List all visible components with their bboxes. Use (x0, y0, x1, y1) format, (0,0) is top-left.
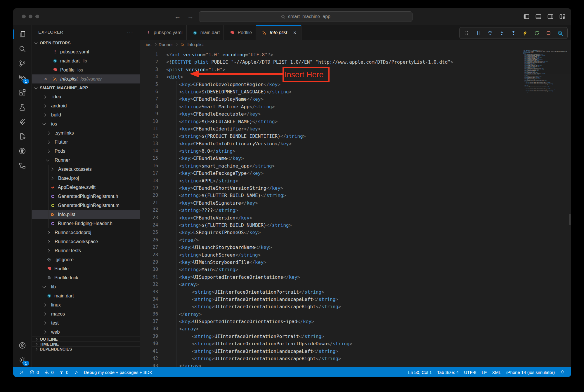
open-editor-item[interactable]: ×Info.plistios/Runner (32, 74, 140, 83)
code-line[interactable]: 35<string>UIInterfaceOrientationLandscap… (140, 303, 571, 310)
activity-source-control[interactable] (13, 56, 32, 71)
code-line[interactable]: 26<true/> (140, 236, 571, 244)
section-dependencies[interactable]: DEPENDENCIES (32, 346, 140, 351)
tree-item[interactable]: .idea (32, 92, 140, 101)
line-number[interactable]: 26 (140, 236, 158, 244)
tree-item[interactable]: .symlinks (32, 128, 140, 137)
line-number[interactable]: 36 (140, 311, 158, 318)
activity-accounts[interactable] (13, 338, 32, 353)
tree-item[interactable]: macos (32, 309, 140, 318)
status-eol[interactable]: LF (479, 367, 490, 377)
status-language-mode[interactable]: XML (489, 367, 504, 377)
tab-podfile[interactable]: Podfile (224, 25, 256, 40)
line-number[interactable]: 32 (140, 281, 158, 288)
code-line[interactable]: 23<key>CFBundleVersion</key> (140, 214, 571, 222)
code-line[interactable]: 24<string>$(FLUTTER_BUILD_NUMBER)</strin… (140, 222, 571, 229)
code-line[interactable]: 25<key>LSRequiresIPhoneOS</key> (140, 229, 571, 236)
status-notifications[interactable] (557, 367, 568, 377)
code-line[interactable]: 20<string>$(FLUTTER_BUILD_NAME)</string> (140, 192, 571, 199)
code-line[interactable]: 29<key>UIMainStoryboardFile</key> (140, 259, 571, 266)
forward-icon[interactable]: → (187, 13, 194, 20)
tree-item[interactable]: Runner (32, 156, 140, 165)
activity-search[interactable] (13, 41, 32, 56)
line-number[interactable]: 9 (140, 110, 158, 118)
section-outline[interactable]: OUTLINE (32, 337, 140, 342)
code-line[interactable]: 8<string>Smart Machine App</string> (140, 103, 571, 110)
line-number[interactable]: 40 (140, 340, 158, 347)
status-cursor-position[interactable]: Ln 50, Col 1 (405, 367, 434, 377)
line-number[interactable]: 7 (140, 95, 158, 103)
code-line[interactable]: 22<string>????</string> (140, 207, 571, 214)
code-editor[interactable]: 1<?xml version="1.0" encoding="UTF-8"?>2… (140, 49, 571, 367)
activity-settings[interactable]: 1 (13, 353, 32, 367)
line-number[interactable]: 12 (140, 133, 158, 140)
line-number[interactable]: 38 (140, 325, 158, 332)
line-number[interactable]: 30 (140, 266, 158, 273)
step-into-button[interactable] (499, 30, 505, 36)
code-line[interactable]: 1<?xml version="1.0" encoding="UTF-8"?> (140, 51, 571, 58)
code-line[interactable]: 33<string>UIInterfaceOrientationPortrait… (140, 288, 571, 296)
open-editors-header[interactable]: OPEN EDITORS (32, 39, 140, 47)
code-line[interactable]: 42<string>UIInterfaceOrientationLandscap… (140, 355, 571, 362)
back-icon[interactable]: ← (174, 13, 181, 20)
tree-item[interactable]: Runner.xcodeproj (32, 228, 140, 237)
command-center-search[interactable]: smart_machine_app (199, 11, 413, 22)
line-number[interactable]: 8 (140, 103, 158, 110)
step-over-button[interactable] (487, 30, 493, 36)
code-line[interactable]: 30<string>Main</string> (140, 266, 571, 273)
code-line[interactable]: 6<string>$(DEVELOPMENT_LANGUAGE)</string… (140, 88, 571, 95)
code-line[interactable]: 17<key>CFBundlePackageType</key> (140, 170, 571, 177)
tree-item[interactable]: Flutter (32, 137, 140, 147)
tree-item[interactable]: CRunner-Bridging-Header.h (32, 219, 140, 228)
line-number[interactable]: 16 (140, 162, 158, 170)
tree-item[interactable]: Runner.xcworkspace (32, 237, 140, 246)
tree-item[interactable]: Info.plist (32, 210, 140, 219)
code-line[interactable]: 37<key>UISupportedInterfaceOrientations~… (140, 318, 571, 325)
zoom-window-button[interactable] (35, 15, 39, 18)
toggle-secondary-sidebar-icon[interactable] (547, 13, 554, 20)
code-line[interactable]: 9<key>CFBundleExecutable</key> (140, 110, 571, 118)
line-number[interactable]: 21 (140, 199, 158, 207)
status-ports[interactable]: 0 (56, 367, 71, 377)
tree-item[interactable]: RunnerTests (32, 246, 140, 255)
status-indentation[interactable]: Tab Size: 4 (434, 367, 461, 377)
code-line[interactable]: 10<string>$(EXECUTABLE_NAME)</string> (140, 118, 571, 125)
line-number[interactable]: 4 (140, 73, 158, 81)
tree-item[interactable]: CGeneratedPluginRegistrant.h (32, 192, 140, 201)
line-number[interactable]: 25 (140, 229, 158, 236)
code-line[interactable]: 19<key>CFBundleShortVersionString</key> (140, 184, 571, 192)
code-line[interactable]: 40<string>UIInterfaceOrientationPortrait… (140, 340, 571, 347)
line-number[interactable]: 43 (140, 362, 158, 367)
activity-testing[interactable] (13, 100, 32, 114)
tree-item[interactable]: CGeneratedPluginRegistrant.m (32, 201, 140, 210)
line-number[interactable]: 18 (140, 177, 158, 184)
status-warnings[interactable]: 0 (41, 367, 56, 377)
pause-button[interactable] (475, 30, 481, 36)
line-number[interactable]: 35 (140, 303, 158, 310)
close-window-button[interactable] (22, 15, 26, 18)
code-line[interactable]: 32<array> (140, 281, 571, 288)
code-line[interactable]: 43</array> (140, 362, 571, 367)
close-icon[interactable]: × (44, 76, 47, 82)
code-line[interactable]: 18<string>APPL</string> (140, 177, 571, 184)
status-errors[interactable]: 0 (27, 367, 41, 377)
activity-file-settings[interactable] (13, 129, 32, 144)
line-number[interactable]: 3 (140, 66, 158, 73)
tree-item[interactable]: Podfile.lock (32, 273, 140, 282)
code-line[interactable]: 14<string>6.0</string> (140, 147, 571, 155)
customize-layout-icon[interactable] (559, 13, 566, 20)
tree-item[interactable]: ios (32, 119, 140, 128)
line-number[interactable]: 39 (140, 333, 158, 340)
code-line[interactable]: 34<string>UIInterfaceOrientationLandscap… (140, 296, 571, 303)
code-line[interactable]: 5<key>CFBundleDevelopmentRegion</key> (140, 81, 571, 88)
line-number[interactable]: 19 (140, 184, 158, 192)
tree-item[interactable]: test (32, 318, 140, 327)
tab-main-dart[interactable]: main.dart (187, 25, 224, 40)
line-number[interactable]: 14 (140, 147, 158, 155)
tree-item[interactable]: android (32, 101, 140, 110)
line-number[interactable]: 24 (140, 222, 158, 229)
code-line[interactable]: 36</array> (140, 311, 571, 318)
line-number[interactable]: 17 (140, 170, 158, 177)
activity-run-debug[interactable]: 1 (13, 71, 32, 85)
line-number[interactable]: 28 (140, 251, 158, 259)
